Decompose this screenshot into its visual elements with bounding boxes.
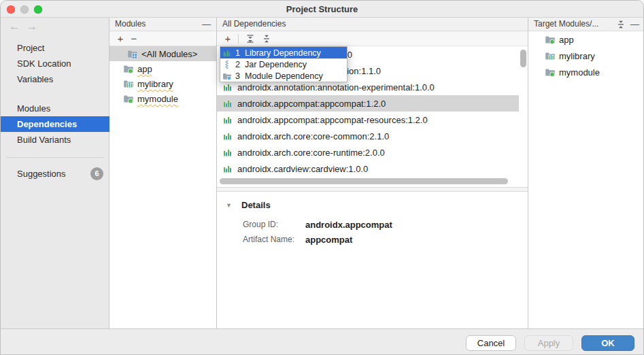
modules-toolbar: + − [109, 31, 216, 46]
sidebar-item-sdk-location[interactable]: SDK Location [1, 56, 109, 71]
dependency-row[interactable]: androidx.appcompat:appcompat-resources:1… [217, 112, 519, 128]
all-dependencies-panel: All Dependencies + androidx.activity:act… [217, 18, 528, 328]
modules-panel-header: Modules — [109, 18, 216, 31]
android-module-icon [123, 93, 134, 104]
close-window-icon[interactable] [7, 5, 15, 14]
target-modules-title: Target Modules/... [534, 19, 598, 29]
sidebar-item-project[interactable]: Project [1, 40, 109, 56]
module-label: app [137, 64, 152, 74]
library-module-icon [123, 78, 134, 89]
module-row-all-modules[interactable]: <All Modules> [109, 46, 216, 61]
horizontal-scrollbar[interactable] [220, 178, 508, 184]
details-collapse-icon[interactable]: ▼ [226, 202, 232, 209]
dependency-row-selected[interactable]: androidx.appcompat:appcompat:1.2.0 [217, 95, 519, 112]
apply-button: Apply [524, 335, 573, 351]
all-modules-icon [127, 48, 138, 59]
library-dependency-icon [222, 131, 233, 141]
module-label: mylibrary [137, 79, 173, 89]
target-module-label: app [559, 35, 574, 45]
target-modules-panel: Target Modules/... — app mylibrary mymod… [528, 18, 644, 328]
dependency-row[interactable]: androidx.arch.core:core-common:2.1.0 [217, 128, 519, 144]
add-dependency-menu: 1 Library Dependency 2 Jar Dependency 3 … [220, 46, 348, 82]
sidebar-item-modules[interactable]: Modules [1, 101, 109, 116]
sidebar-item-variables[interactable]: Variables [1, 71, 109, 87]
target-module-row-mymodule[interactable]: mymodule [528, 64, 644, 80]
menu-mnemonic: 3 [234, 71, 241, 81]
module-row-app[interactable]: app [109, 61, 216, 76]
dependency-label: androidx.annotation:annotation-experimen… [237, 82, 435, 92]
titlebar: Project Structure [1, 1, 643, 18]
details-header: Details [241, 200, 271, 210]
menu-item-jar-dependency[interactable]: 2 Jar Dependency [220, 58, 347, 70]
sidebar-item-dependencies[interactable]: Dependencies [1, 116, 109, 132]
group-id-label: Group ID: [243, 220, 278, 229]
expand-all-icon[interactable] [245, 34, 255, 44]
target-module-label: mymodule [559, 67, 600, 78]
group-id-value: androidx.appcompat [305, 220, 392, 230]
cancel-button[interactable]: Cancel [466, 335, 516, 351]
target-module-label: mylibrary [559, 51, 595, 61]
minimize-panel-icon[interactable]: — [630, 18, 639, 31]
menu-mnemonic: 1 [234, 48, 241, 58]
toolbar-separator [238, 34, 239, 44]
remove-module-button[interactable]: − [127, 32, 141, 46]
add-module-button[interactable]: + [114, 32, 127, 46]
project-structure-dialog: Project Structure ← → Project SDK Locati… [0, 0, 644, 355]
dependency-label: androidx.appcompat:appcompat:1.2.0 [237, 99, 386, 109]
back-arrow-icon[interactable]: ← [9, 20, 20, 33]
menu-item-module-dependency[interactable]: 3 Module Dependency [220, 70, 347, 82]
module-label: <All Modules> [141, 49, 197, 59]
dependencies-panel-header: All Dependencies [217, 18, 528, 31]
library-dependency-icon [222, 82, 233, 92]
dependency-label: androidx.cardview:cardview:1.0.0 [237, 164, 368, 174]
target-module-row-app[interactable]: app [528, 31, 644, 48]
artifact-name-value: appcompat [305, 235, 352, 245]
artifact-name-label: Artifact Name: [243, 235, 294, 244]
target-modules-header: Target Modules/... — [528, 18, 644, 31]
menu-item-library-dependency[interactable]: 1 Library Dependency [220, 47, 347, 58]
module-dependency-icon [222, 71, 232, 81]
ok-button[interactable]: OK [581, 335, 634, 351]
library-module-icon [545, 50, 556, 61]
add-dependency-button[interactable]: + [221, 32, 235, 46]
details-splitter[interactable] [217, 187, 528, 192]
menu-item-label: Jar Dependency [245, 60, 307, 69]
window-title: Project Structure [1, 1, 643, 18]
target-module-row-mylibrary[interactable]: mylibrary [528, 48, 644, 64]
forward-arrow-icon[interactable]: → [27, 20, 37, 33]
minimize-window-icon [20, 5, 29, 14]
minimize-panel-icon[interactable]: — [202, 18, 211, 31]
menu-item-label: Library Dependency [245, 48, 321, 58]
dependencies-toolbar: + [217, 31, 528, 46]
dependency-row[interactable]: androidx.cardview:cardview:1.0.0 [217, 160, 519, 177]
library-dependency-icon [222, 147, 233, 158]
sidebar-divider [6, 157, 104, 158]
library-dependency-icon [222, 163, 233, 174]
module-label: mymodule [137, 94, 178, 104]
dependency-label: androidx.arch.core:core-runtime:2.0.0 [237, 148, 385, 158]
dependencies-panel-title: All Dependencies [222, 19, 286, 29]
module-row-mymodule[interactable]: mymodule [109, 91, 216, 106]
android-module-icon [123, 63, 134, 74]
dialog-footer: Cancel Apply OK [1, 328, 644, 355]
menu-item-label: Module Dependency [245, 71, 323, 81]
module-row-mylibrary[interactable]: mylibrary [109, 76, 216, 91]
sidebar: ← → Project SDK Location Variables Modul… [1, 18, 109, 328]
collapse-all-icon[interactable] [616, 20, 626, 29]
vertical-scrollbar[interactable] [520, 50, 526, 67]
suggestions-count-badge: 6 [90, 167, 103, 180]
zoom-window-icon[interactable] [34, 5, 42, 14]
android-module-icon [545, 67, 556, 78]
library-dependency-icon [222, 48, 232, 58]
android-module-icon [545, 34, 556, 45]
collapse-all-icon[interactable] [262, 34, 271, 44]
menu-mnemonic: 2 [234, 60, 241, 69]
sidebar-item-build-variants[interactable]: Build Variants [1, 132, 109, 148]
jar-dependency-icon [222, 60, 232, 69]
dependency-label: androidx.appcompat:appcompat-resources:1… [237, 115, 428, 125]
modules-panel-title: Modules [115, 19, 146, 29]
modules-panel: Modules — + − <All Modules> app mylibrar… [109, 18, 217, 328]
dependency-row[interactable]: androidx.arch.core:core-runtime:2.0.0 [217, 144, 519, 160]
library-dependency-icon [222, 98, 233, 109]
dependency-label: androidx.arch.core:core-common:2.1.0 [237, 131, 389, 141]
